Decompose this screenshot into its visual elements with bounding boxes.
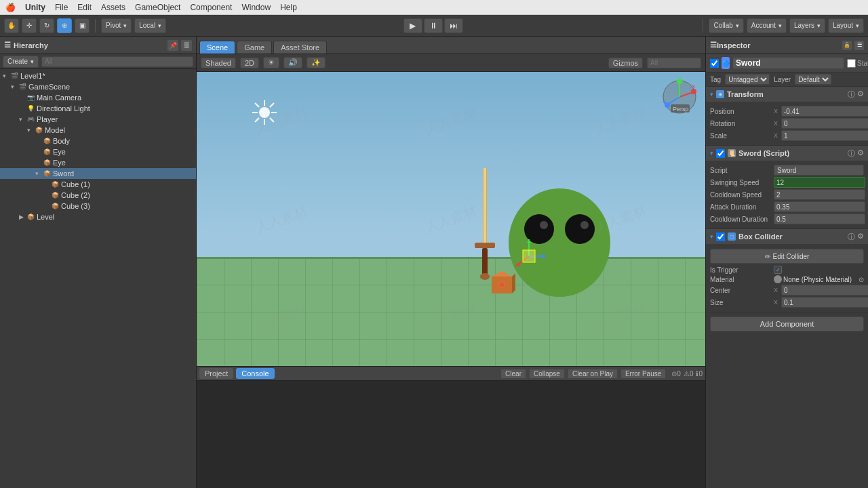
material-select-icon[interactable]: ⊙	[859, 276, 864, 283]
object-name-input[interactable]	[732, 57, 844, 69]
local-dropdown[interactable]: Local	[134, 18, 166, 33]
sword-enabled-checkbox[interactable]	[716, 149, 725, 158]
tree-item-sword[interactable]: ▾ 📦 Sword	[0, 168, 196, 179]
is-trigger-checkbox[interactable]	[774, 266, 782, 274]
collapse-button[interactable]: Collapse	[529, 369, 565, 379]
center-x-input[interactable]	[781, 285, 868, 296]
pause-button[interactable]: ⏸	[424, 18, 443, 33]
sword-info-icon[interactable]: ⓘ	[848, 148, 855, 159]
fx-button[interactable]: ✨	[307, 57, 326, 68]
label-level: Level	[37, 213, 54, 221]
layers-dropdown[interactable]: Layers	[789, 18, 825, 33]
2d-button[interactable]: 2D	[240, 58, 259, 68]
svg-text:Persp: Persp	[673, 106, 689, 113]
position-x-input[interactable]	[781, 106, 868, 117]
inspector-lock[interactable]: 🔒	[842, 41, 852, 50]
size-x-input[interactable]	[781, 297, 868, 308]
scale-tool[interactable]: ⊕	[57, 18, 72, 33]
tag-select[interactable]: Untagged	[725, 74, 770, 85]
hierarchy-pin[interactable]: 📌	[167, 40, 178, 51]
icon-maincamera: 📷	[27, 94, 35, 101]
tree-item-model[interactable]: ▾ 📦 Model	[0, 125, 196, 136]
hierarchy-menu[interactable]: ☰	[181, 40, 192, 51]
sword-header-controls: ⓘ ⚙	[848, 148, 864, 159]
menu-component[interactable]: Component	[190, 3, 232, 12]
scene-search[interactable]	[647, 58, 701, 68]
play-button[interactable]: ▶	[403, 18, 422, 33]
inspector-menu[interactable]: ☰	[854, 41, 864, 50]
shading-dropdown[interactable]: Shaded	[201, 58, 236, 68]
hand-tool[interactable]: ✋	[4, 18, 19, 33]
scene-view[interactable]: X Y Z Persp 人人素材 人人素材 人人素材 人人素材	[197, 72, 705, 366]
gizmos-button[interactable]: Gizmos	[608, 58, 643, 68]
layer-select[interactable]: Default	[795, 74, 831, 85]
svg-point-23	[499, 282, 505, 287]
menu-unity[interactable]: Unity	[25, 3, 45, 12]
tree-item-cube3[interactable]: 📦 Cube (3)	[0, 201, 196, 211]
clear-on-play-button[interactable]: Clear on Play	[568, 369, 618, 379]
apple-menu[interactable]: 🍎	[5, 3, 16, 12]
menu-edit[interactable]: Edit	[77, 3, 92, 12]
swinging-speed-input[interactable]	[774, 177, 865, 188]
rotation-x-input[interactable]	[781, 118, 868, 129]
attack-duration-input[interactable]	[774, 201, 865, 212]
tree-item-level[interactable]: ▶ 📦 Level	[0, 211, 196, 222]
collider-enabled-checkbox[interactable]	[716, 232, 725, 241]
position-x-field: X	[774, 106, 868, 117]
tree-item-maincamera[interactable]: 📷 Main Camera	[0, 92, 196, 103]
move-tool[interactable]: ✛	[22, 18, 37, 33]
menu-window[interactable]: Window	[241, 3, 271, 12]
scale-x-input[interactable]	[781, 130, 868, 141]
menu-file[interactable]: File	[55, 3, 68, 12]
transform-info-icon[interactable]: ⓘ	[848, 89, 855, 100]
tree-item-eye1[interactable]: 📦 Eye	[0, 146, 196, 157]
collab-dropdown[interactable]: Collab	[709, 18, 743, 33]
audio-button[interactable]: 🔊	[283, 57, 302, 68]
step-button[interactable]: ⏭	[444, 18, 463, 33]
account-dropdown[interactable]: Account	[747, 18, 787, 33]
svg-text:X: X	[692, 83, 696, 89]
tree-item-eye2[interactable]: 📦 Eye	[0, 157, 196, 168]
transform-header[interactable]: ▾ ⊕ Transform ⓘ ⚙	[706, 87, 868, 102]
collider-settings-icon[interactable]: ⚙	[857, 232, 864, 242]
tab-game[interactable]: Game	[237, 41, 272, 54]
menu-help[interactable]: Help	[280, 3, 297, 12]
tree-item-dirlight[interactable]: 💡 Directional Light	[0, 103, 196, 114]
project-tab[interactable]: Project	[199, 368, 233, 379]
position-xyz: X Y Z	[774, 106, 868, 117]
sword-script-header[interactable]: ▾ 📜 Sword (Script) ⓘ ⚙	[706, 146, 868, 161]
transform-settings-icon[interactable]: ⚙	[857, 89, 864, 100]
rotate-tool[interactable]: ↻	[39, 18, 54, 33]
tree-item-cube1[interactable]: 📦 Cube (1)	[0, 179, 196, 190]
pivot-dropdown[interactable]: Pivot	[101, 18, 132, 33]
collider-info-icon[interactable]: ⓘ	[848, 232, 855, 242]
clear-button[interactable]: Clear	[500, 369, 526, 379]
static-checkbox[interactable]	[847, 59, 856, 68]
cooldown-speed-input[interactable]	[774, 189, 865, 200]
transform-header-controls: ⓘ ⚙	[848, 89, 864, 100]
sword-settings-icon[interactable]: ⚙	[857, 148, 864, 159]
tree-item-cube2[interactable]: 📦 Cube (2)	[0, 190, 196, 201]
tab-scene[interactable]: Scene	[199, 41, 235, 54]
console-tab[interactable]: Console	[236, 368, 274, 379]
menu-gameobject[interactable]: GameObject	[135, 3, 180, 12]
error-pause-button[interactable]: Error Pause	[620, 369, 666, 379]
object-active-checkbox[interactable]	[710, 59, 719, 68]
tree-item-level1[interactable]: ▾ 🎬 Level1*	[0, 70, 196, 81]
tree-item-gamescene[interactable]: ▾ 🎬 GameScene	[0, 81, 196, 92]
tree-item-body[interactable]: 📦 Body	[0, 136, 196, 146]
swinging-speed-label: Swinging Speed	[710, 179, 771, 186]
cooldown-duration-input[interactable]	[774, 214, 865, 224]
tab-asset-store[interactable]: Asset Store	[273, 41, 327, 54]
lighting-button[interactable]: ☀	[263, 57, 279, 68]
rect-tool[interactable]: ▣	[75, 18, 90, 33]
box-collider-header[interactable]: ▾ □ Box Collider ⓘ ⚙	[706, 229, 868, 244]
swinging-speed-row: Swinging Speed	[710, 177, 864, 188]
edit-collider-button[interactable]: ✏ Edit Collider	[710, 249, 864, 264]
add-component-button[interactable]: Add Component	[710, 317, 864, 331]
layout-dropdown[interactable]: Layout	[828, 18, 864, 33]
menu-assets[interactable]: Assets	[101, 3, 125, 12]
tree-item-player[interactable]: ▾ 🎮 Player	[0, 114, 196, 125]
create-dropdown[interactable]: Create	[3, 56, 39, 68]
hierarchy-search[interactable]	[41, 56, 193, 67]
